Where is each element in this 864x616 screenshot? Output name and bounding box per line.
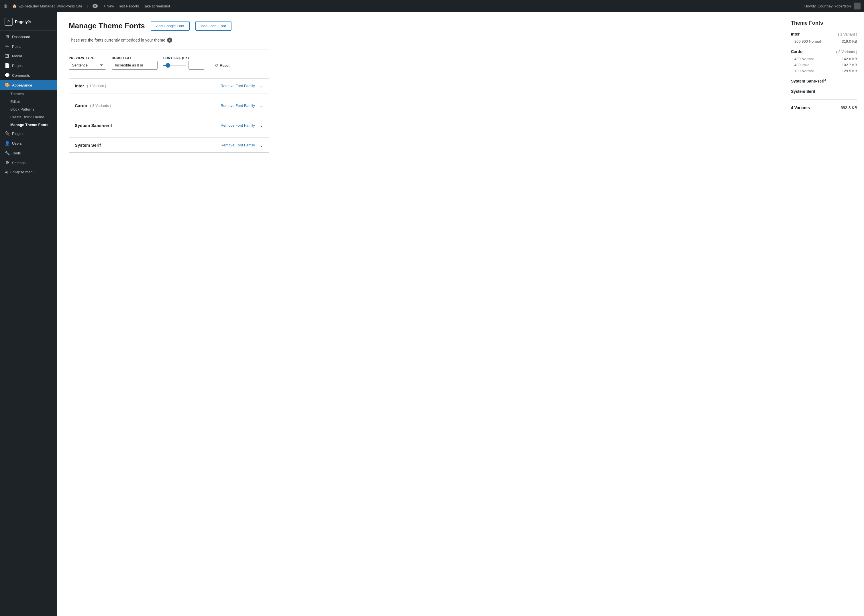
brand-name: Pagely® — [15, 19, 31, 24]
panel-system-serif-name: System Serif — [791, 89, 815, 94]
panel-font-variants-inter: ( 1 Variant ) — [838, 32, 857, 36]
font-family-row-cardo: Cardo ( 3 Variants ) Remove Font Family … — [69, 98, 269, 113]
collapse-label: Collapse menu — [10, 170, 35, 174]
take-screenshot-button[interactable]: Take screenshot — [143, 4, 170, 8]
page-title: Manage Theme Fonts — [69, 22, 145, 30]
demo-text-input[interactable] — [112, 61, 157, 70]
site-name[interactable]: 🏠 wp-beta.dev Managed WordPress Site — [12, 4, 82, 8]
remove-font-system-sans[interactable]: Remove Font Family — [221, 123, 255, 127]
comment-count[interactable]: 0 — [93, 4, 98, 8]
wp-logo-icon: ⊛ — [3, 3, 8, 9]
demo-text-label: DEMO TEXT — [112, 56, 157, 60]
remove-font-cardo[interactable]: Remove Font Family — [221, 104, 255, 108]
sidebar-item-label: Dashboard — [12, 35, 30, 39]
font-family-row-system-serif: System Serif Remove Font Family ⌄ — [69, 138, 269, 153]
info-icon[interactable]: i — [167, 38, 172, 43]
font-variants-cardo: ( 3 Variants ) — [90, 104, 111, 108]
sidebar-item-media[interactable]: 🖼 Media — [0, 51, 57, 61]
expand-system-sans-icon[interactable]: ⌄ — [259, 123, 263, 128]
collapse-menu-button[interactable]: ◀ Collapse menu — [0, 168, 57, 176]
sidebar-item-label: Tools — [12, 151, 20, 155]
panel-system-sans: System Sans-serif — [791, 79, 857, 83]
sidebar-item-label: Users — [12, 141, 22, 146]
panel-footer-variants: 4 Variants — [791, 105, 810, 110]
panel-title: Theme Fonts — [791, 20, 857, 26]
panel-variant-name-cardo-1: 400 Italic — [791, 63, 809, 67]
plugins-icon: 🔌 — [5, 131, 10, 136]
sidebar-subitem-block-patterns[interactable]: Block Patterns — [0, 105, 57, 113]
sidebar-item-plugins[interactable]: 🔌 Plugins — [0, 129, 57, 138]
admin-bar-actions: + New Test Reports Take screenshot — [104, 4, 170, 8]
tools-icon: 🔧 — [5, 151, 10, 156]
new-content-button[interactable]: + New — [104, 4, 114, 8]
content-main: Manage Theme Fonts Add Google Font Add L… — [57, 12, 281, 616]
content-area: Manage Theme Fonts Add Google Font Add L… — [57, 12, 784, 616]
sidebar-item-label: Comments — [12, 73, 30, 78]
appearance-icon: 🎨 — [5, 83, 10, 88]
comments-icon: 💬 — [5, 73, 10, 78]
panel-font-variants-cardo: ( 3 Variants ) — [836, 50, 857, 54]
sidebar-item-users[interactable]: 👤 Users — [0, 138, 57, 148]
add-local-font-button[interactable]: Add Local Font — [195, 21, 231, 31]
reset-button[interactable]: ↺ Reset — [210, 61, 234, 70]
settings-icon: ⚙ — [5, 160, 10, 165]
sidebar-item-label: Media — [12, 54, 22, 58]
panel-variant-size-inter-0: 319.0 KB — [842, 39, 858, 44]
panel-divider — [791, 99, 857, 100]
test-reports-button[interactable]: Test Reports — [118, 4, 139, 8]
font-name-system-serif: System Serif — [75, 143, 101, 148]
preview-type-group: PREVIEW TYPE Sentence Alphabet Custom — [69, 56, 106, 70]
sidebar-item-pages[interactable]: 📄 Pages — [0, 61, 57, 71]
sidebar-item-label: Settings — [12, 161, 25, 165]
sidebar-item-label: Plugins — [12, 132, 24, 136]
sidebar-item-tools[interactable]: 🔧 Tools — [0, 148, 57, 158]
sidebar-subitem-themes[interactable]: Themes — [0, 90, 57, 98]
user-greeting[interactable]: Howdy, Courtney Robertson — [804, 4, 851, 8]
font-family-row-system-sans: System Sans-serif Remove Font Family ⌄ — [69, 118, 269, 133]
remove-font-inter[interactable]: Remove Font Family — [221, 84, 255, 88]
font-size-slider[interactable] — [163, 65, 186, 66]
panel-font-inter: Inter ( 1 Variant ) 300 900 Normal 319.0… — [791, 32, 857, 44]
sidebar-item-settings[interactable]: ⚙ Settings — [0, 158, 57, 168]
expand-cardo-icon[interactable]: ⌄ — [259, 103, 263, 108]
sidebar-subitem-manage-theme-fonts[interactable]: Manage Theme Fonts — [0, 121, 57, 129]
font-size-group: FONT SIZE (PX) 20 — [163, 56, 204, 70]
pages-icon: 📄 — [5, 63, 10, 68]
panel-font-name-inter: Inter — [791, 32, 800, 36]
site-icon: 🏠 — [12, 4, 17, 8]
sidebar-item-dashboard[interactable]: ⊞ Dashboard — [0, 32, 57, 42]
demo-text-group: DEMO TEXT — [112, 56, 157, 70]
expand-system-serif-icon[interactable]: ⌄ — [259, 142, 263, 148]
sidebar-item-comments[interactable]: 💬 Comments — [0, 71, 57, 80]
sidebar-subitem-create-block-theme[interactable]: Create Block Theme — [0, 113, 57, 121]
sidebar-item-label: Pages — [12, 64, 23, 68]
panel-variant-name-cardo-2: 700 Normal — [791, 69, 814, 73]
description-text: These are the fonts currently embedded i… — [69, 38, 165, 42]
font-family-row-inter: Inter ( 1 Variant ) Remove Font Family ⌄ — [69, 78, 269, 93]
dashboard-icon: ⊞ — [5, 34, 10, 39]
appearance-submenu: Themes Editor Block Patterns Create Bloc… — [0, 90, 57, 129]
sidebar-item-posts[interactable]: ✏ Posts — [0, 42, 57, 51]
sidebar-item-label: Posts — [12, 44, 22, 49]
remove-font-system-serif[interactable]: Remove Font Family — [221, 143, 255, 147]
add-google-font-button[interactable]: Add Google Font — [151, 21, 190, 31]
panel-system-serif: System Serif — [791, 89, 857, 94]
page-header: Manage Theme Fonts Add Google Font Add L… — [69, 21, 269, 31]
user-avatar[interactable] — [854, 3, 861, 9]
preview-type-label: PREVIEW TYPE — [69, 56, 106, 60]
right-panel: Theme Fonts Inter ( 1 Variant ) 300 900 … — [784, 12, 864, 616]
panel-variant-size-cardo-0: 142.6 KB — [842, 57, 858, 61]
font-size-controls: 20 — [163, 61, 204, 70]
page-description: These are the fonts currently embedded i… — [69, 38, 269, 43]
expand-inter-icon[interactable]: ⌄ — [259, 83, 263, 88]
panel-variant-name-cardo-0: 400 Normal — [791, 57, 814, 61]
font-size-input[interactable]: 20 — [189, 61, 204, 70]
font-name-system-sans: System Sans-serif — [75, 123, 112, 128]
preview-type-select[interactable]: Sentence Alphabet Custom — [69, 61, 106, 70]
controls-row: PREVIEW TYPE Sentence Alphabet Custom DE… — [69, 56, 269, 70]
panel-footer: 4 Variants 693.8 KB — [791, 105, 857, 110]
panel-variant-size-cardo-1: 102.7 KB — [842, 63, 858, 67]
sidebar-item-appearance[interactable]: 🎨 Appearance — [0, 80, 57, 90]
sidebar-subitem-editor[interactable]: Editor — [0, 98, 57, 105]
panel-system-sans-name: System Sans-serif — [791, 79, 826, 83]
